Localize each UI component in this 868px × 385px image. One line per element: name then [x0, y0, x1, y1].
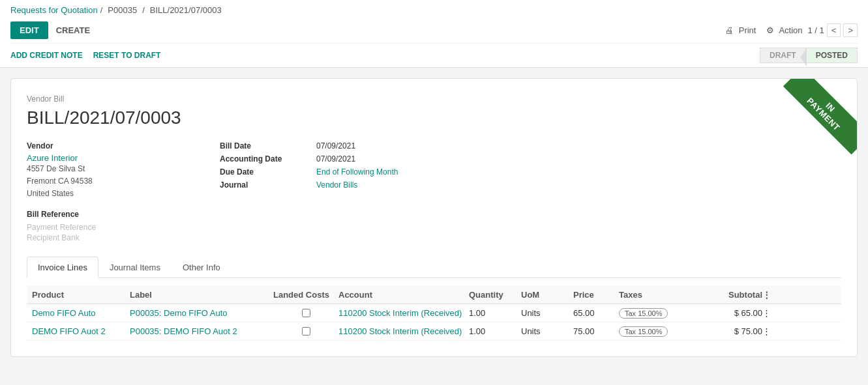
bill-fields: Bill Date 07/09/2021 Accounting Date 07/…: [220, 141, 841, 244]
col-product: Product: [32, 290, 130, 300]
journal-value[interactable]: Vendor Bills: [316, 180, 841, 190]
toolbar: EDIT CREATE 🖨 Print ⚙ Action 1 / 1 < >: [10, 18, 858, 43]
row1-account: 110200 Stock Interim (Received): [338, 308, 469, 318]
table-header: Product Label Landed Costs Account Quant…: [27, 286, 841, 304]
row2-price: 75.00: [573, 326, 619, 336]
vendor-address: 4557 De Silva StFremont CA 94538United S…: [27, 163, 209, 201]
action-bar: ADD CREDIT NOTE RESET TO DRAFT DRAFT POS…: [10, 43, 858, 67]
pagination-text: 1 / 1: [808, 25, 824, 35]
accounting-date-label: Accounting Date: [220, 154, 311, 164]
pagination: 1 / 1 < >: [808, 23, 858, 37]
add-credit-note-button[interactable]: ADD CREDIT NOTE: [10, 48, 83, 63]
landed-costs-checkbox-2[interactable]: [302, 327, 310, 335]
recipient-bank: Recipient Bank: [27, 233, 209, 242]
status-bar: DRAFT POSTED: [760, 48, 858, 63]
col-subtotal: Subtotal: [704, 290, 762, 300]
row1-quantity: 1.00: [469, 308, 521, 318]
breadcrumb: Requests for Quotation / P00035 / BILL/2…: [10, 0, 858, 18]
reset-to-draft-button[interactable]: RESET TO DRAFT: [93, 48, 161, 63]
row2-menu[interactable]: ⋮: [762, 326, 775, 336]
tab-other-info[interactable]: Other Info: [172, 257, 232, 278]
col-actions: ⋮: [762, 290, 775, 300]
edit-button[interactable]: EDIT: [10, 21, 48, 39]
invoice-table: Product Label Landed Costs Account Quant…: [27, 286, 841, 341]
row2-product: DEMO FIFO Auot 2: [32, 326, 130, 336]
tab-journal-items[interactable]: Journal Items: [98, 257, 172, 278]
row2-account: 110200 Stock Interim (Received): [338, 326, 469, 336]
gear-icon: ⚙: [766, 25, 774, 35]
table-row: DEMO FIFO Auot 2 P00035: DEMO FIFO Auot …: [27, 322, 841, 341]
toolbar-right: 🖨 Print ⚙ Action: [725, 25, 802, 35]
row2-subtotal: $ 75.00: [704, 326, 762, 336]
bill-date-label: Bill Date: [220, 141, 311, 150]
row1-product: Demo FIFO Auto: [32, 308, 130, 318]
status-posted: POSTED: [806, 48, 858, 63]
vendor-label: Vendor: [27, 141, 209, 150]
row1-taxes: Tax 15.00%: [619, 308, 704, 318]
next-page-button[interactable]: >: [843, 23, 858, 37]
tabs: Invoice Lines Journal Items Other Info: [27, 257, 841, 278]
prev-page-button[interactable]: <: [827, 23, 841, 37]
bill-reference-label: Bill Reference: [27, 210, 209, 219]
table-row: Demo FIFO Auto P00035: Demo FIFO Auto 11…: [27, 304, 841, 322]
landed-costs-checkbox-1[interactable]: [302, 309, 310, 317]
col-price: Price: [573, 290, 619, 300]
col-label: Label: [130, 290, 273, 300]
row2-landed-costs[interactable]: [273, 327, 338, 335]
print-link[interactable]: 🖨 Print: [725, 25, 756, 35]
row1-price: 65.00: [573, 308, 619, 318]
row1-label: P00035: Demo FIFO Auto: [130, 308, 273, 318]
col-account: Account: [338, 290, 469, 300]
print-icon: 🖨: [725, 25, 734, 35]
row2-uom: Units: [521, 326, 573, 336]
due-date-value[interactable]: End of Following Month: [316, 167, 841, 177]
row1-subtotal: $ 65.00: [704, 308, 762, 318]
row1-menu[interactable]: ⋮: [762, 308, 775, 318]
journal-label: Journal: [220, 180, 311, 190]
vendor-link[interactable]: Azure Interior: [27, 153, 209, 163]
row2-quantity: 1.00: [469, 326, 521, 336]
row2-label: P00035: DEMO FIFO Auot 2: [130, 326, 273, 336]
accounting-date-value: 07/09/2021: [316, 154, 841, 164]
col-quantity: Quantity: [469, 290, 521, 300]
main-content: IN PAYMENT Vendor Bill BILL/2021/07/0003…: [0, 68, 868, 367]
breadcrumb-sep1: /: [100, 5, 103, 15]
doc-type: Vendor Bill: [27, 94, 841, 104]
bill-date-value: 07/09/2021: [316, 141, 841, 150]
status-draft: DRAFT: [760, 48, 806, 63]
doc-title: BILL/2021/07/0003: [27, 107, 841, 128]
action-link[interactable]: ⚙ Action: [766, 25, 802, 35]
tab-invoice-lines[interactable]: Invoice Lines: [27, 257, 98, 278]
row1-landed-costs[interactable]: [273, 309, 338, 317]
breadcrumb-rfq[interactable]: Requests for Quotation: [10, 5, 98, 15]
col-landed-costs: Landed Costs: [273, 290, 338, 300]
col-taxes: Taxes: [619, 290, 704, 300]
document-card: IN PAYMENT Vendor Bill BILL/2021/07/0003…: [10, 78, 858, 357]
due-date-label: Due Date: [220, 167, 311, 177]
row1-uom: Units: [521, 308, 573, 318]
payment-reference: Payment Reference: [27, 223, 209, 232]
col-uom: UoM: [521, 290, 573, 300]
meta-grid: Vendor Azure Interior 4557 De Silva StFr…: [27, 141, 841, 244]
bill-reference-section: Bill Reference: [27, 210, 209, 219]
breadcrumb-p00035: P00035: [108, 5, 137, 15]
create-button[interactable]: CREATE: [53, 21, 93, 39]
breadcrumb-sep2: /: [142, 5, 145, 15]
vendor-section: Vendor Azure Interior 4557 De Silva StFr…: [27, 141, 209, 244]
row2-taxes: Tax 15.00%: [619, 326, 704, 336]
breadcrumb-bill: BILL/2021/07/0003: [150, 5, 222, 15]
